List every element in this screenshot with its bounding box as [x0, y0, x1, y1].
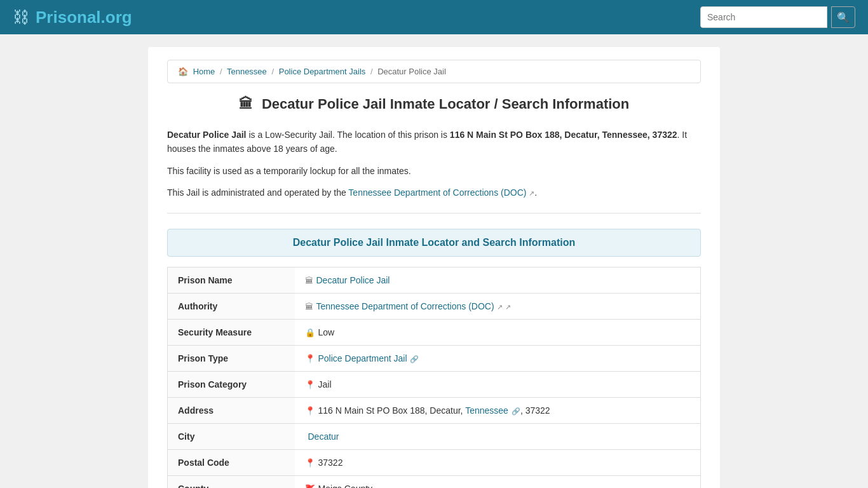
- cell-icon: 📍: [305, 380, 315, 390]
- breadcrumb-police-jails[interactable]: Police Department Jails: [279, 67, 366, 76]
- breadcrumb-home[interactable]: Home: [193, 67, 215, 76]
- table-label-cell: City: [168, 423, 295, 449]
- table-row: Postal Code📍37322: [168, 449, 701, 475]
- description-para1: Decatur Police Jail is a Low-Security Ja…: [167, 128, 701, 156]
- table-label-cell: Prison Type: [168, 345, 295, 371]
- table-value-cell: 🚩Meigs County: [295, 475, 701, 488]
- desc-text1: is a Low-Security Jail. The location of …: [247, 130, 450, 140]
- table-label-cell: Prison Name: [168, 267, 295, 293]
- link-icon: 🔗: [410, 355, 419, 363]
- site-header: ⛓ Prisonal.org 🔍: [0, 0, 868, 34]
- doc-link[interactable]: Tennessee Department of Corrections (DOC…: [348, 187, 526, 198]
- link-icon: ↗: [505, 303, 511, 311]
- table-row: Prison Name🏛Decatur Police Jail: [168, 267, 701, 293]
- description-para2: This facility is used as a temporarily l…: [167, 164, 701, 178]
- home-icon: 🏠: [178, 67, 188, 76]
- cell-icon: 📍: [305, 406, 315, 416]
- cell-link[interactable]: Decatur Police Jail: [316, 275, 390, 285]
- divider: [167, 213, 701, 214]
- prison-name-bold: Decatur Police Jail: [167, 130, 247, 140]
- table-value-cell: 📍116 N Main St PO Box 188, Decatur, Tenn…: [295, 397, 701, 423]
- cell-text: Jail: [318, 379, 332, 390]
- logo-icon: ⛓: [13, 8, 29, 27]
- logo-area: ⛓ Prisonal.org: [13, 8, 132, 27]
- table-value-cell: 📍Police Department Jail🔗: [295, 345, 701, 371]
- desc-para3-pre: This Jail is administrated and operated …: [167, 187, 348, 198]
- cell-link[interactable]: Decatur: [308, 431, 339, 442]
- cell-text: Meigs County: [318, 484, 373, 488]
- page-title-text: Decatur Police Jail Inmate Locator / Sea…: [262, 96, 629, 112]
- ext-link-icon: ↗: [529, 189, 534, 197]
- address-text: 116 N Main St PO Box 188, Decatur,: [318, 405, 466, 416]
- desc-para3-post: .: [534, 187, 537, 198]
- search-icon: 🔍: [837, 11, 850, 24]
- main-content: 🏠 Home / Tennessee / Police Department J…: [148, 47, 720, 488]
- table-row: County🚩Meigs County: [168, 475, 701, 488]
- cell-link[interactable]: Police Department Jail: [318, 353, 407, 363]
- table-label-cell: Security Measure: [168, 319, 295, 345]
- logo-text: Prisonal.org: [36, 8, 132, 27]
- table-label-cell: County: [168, 475, 295, 488]
- table-label-cell: Address: [168, 397, 295, 423]
- breadcrumb-sep3: /: [370, 67, 373, 76]
- table-row: Security Measure🔒Low: [168, 319, 701, 345]
- cell-icon: 📍: [305, 458, 315, 468]
- external-link-icon: ↗: [497, 303, 503, 311]
- address-bold: 116 N Main St PO Box 188, Decatur, Tenne…: [450, 130, 677, 140]
- cell-link[interactable]: Tennessee Department of Corrections (DOC…: [316, 301, 494, 311]
- table-label-cell: Postal Code: [168, 449, 295, 475]
- table-label-cell: Authority: [168, 293, 295, 319]
- table-value-cell: Decatur: [295, 423, 701, 449]
- cell-icon: 🔒: [305, 328, 315, 337]
- table-value-cell: 📍37322: [295, 449, 701, 475]
- section-heading: Decatur Police Jail Inmate Locator and S…: [167, 229, 701, 257]
- table-value-cell: 🔒Low: [295, 319, 701, 345]
- table-value-cell: 🏛Decatur Police Jail: [295, 267, 701, 293]
- breadcrumb-sep2: /: [271, 67, 274, 76]
- table-row: Address📍116 N Main St PO Box 188, Decatu…: [168, 397, 701, 423]
- cell-icon: 🚩: [305, 484, 315, 488]
- table-row: CityDecatur: [168, 423, 701, 449]
- logo-tld: .org: [101, 8, 132, 27]
- breadcrumb-tennessee[interactable]: Tennessee: [227, 67, 267, 76]
- desc-para2-text: This facility is used as a temporarily l…: [167, 166, 411, 176]
- description-para3: This Jail is administrated and operated …: [167, 186, 701, 200]
- table-row: Prison Category📍Jail: [168, 371, 701, 397]
- cell-icon: 🏛: [305, 276, 313, 285]
- table-value-cell: 📍Jail: [295, 371, 701, 397]
- search-input[interactable]: [700, 6, 827, 28]
- zip-text: , 37322: [520, 405, 550, 416]
- table-row: Prison Type📍Police Department Jail🔗: [168, 345, 701, 371]
- state-link[interactable]: Tennessee: [465, 405, 508, 416]
- cell-icon: 🏛: [305, 302, 313, 311]
- cell-text: 37322: [318, 458, 343, 468]
- table-label-cell: Prison Category: [168, 371, 295, 397]
- breadcrumb-sep1: /: [220, 67, 222, 76]
- cell-text: Low: [318, 327, 335, 337]
- breadcrumb: 🏠 Home / Tennessee / Police Department J…: [167, 60, 701, 83]
- title-icon: 🏛: [239, 96, 253, 112]
- table-row: Authority🏛Tennessee Department of Correc…: [168, 293, 701, 319]
- cell-icon: 📍: [305, 354, 315, 363]
- info-table: Prison Name🏛Decatur Police JailAuthority…: [167, 267, 701, 488]
- section-heading-text: Decatur Police Jail Inmate Locator and S…: [293, 237, 576, 248]
- table-value-cell: 🏛Tennessee Department of Corrections (DO…: [295, 293, 701, 319]
- state-link-icon: 🔗: [510, 407, 520, 415]
- breadcrumb-current: Decatur Police Jail: [377, 67, 446, 76]
- page-title: 🏛 Decatur Police Jail Inmate Locator / S…: [167, 96, 701, 112]
- search-area: 🔍: [700, 6, 855, 28]
- logo-name: Prisonal: [36, 8, 101, 27]
- search-button[interactable]: 🔍: [831, 6, 855, 28]
